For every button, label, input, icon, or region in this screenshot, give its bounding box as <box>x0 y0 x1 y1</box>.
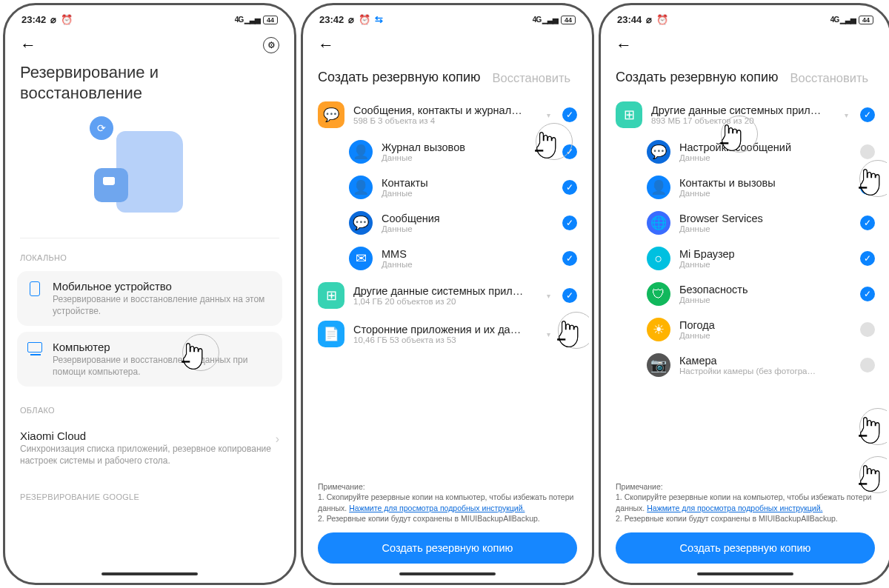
mobile-desc: Резервирование и восстановление данных н… <box>53 294 272 317</box>
back-button[interactable]: ← <box>20 36 36 55</box>
checkbox[interactable] <box>860 322 875 337</box>
chevron-down-icon: ▾ <box>547 330 550 338</box>
checkbox[interactable]: ✓ <box>860 216 875 230</box>
status-time: 23:42 <box>21 14 46 25</box>
item-sub: Данные <box>382 260 553 269</box>
item-title: Безопасность <box>679 284 851 295</box>
checkbox[interactable] <box>860 144 875 159</box>
dnd-icon: ⌀ <box>50 14 56 25</box>
mobile-icon <box>30 281 40 296</box>
app-icon: 👤 <box>349 176 373 199</box>
checkbox[interactable]: ✓ <box>860 107 875 122</box>
sub-item[interactable]: ○ Mi БраузерДанные ✓ <box>604 241 887 276</box>
tab-restore[interactable]: Восстановить <box>790 71 869 85</box>
tab-backup[interactable]: Создать резервную копию <box>318 70 481 85</box>
item-title: Контакты <box>382 177 553 189</box>
computer-card[interactable]: Компьютер Резервирование и восстановлени… <box>17 332 282 387</box>
sub-item[interactable]: 💬 СообщенияДанные ✓ <box>306 205 589 241</box>
sub-item[interactable]: ☀ ПогодаДанные <box>604 312 887 347</box>
mobile-title: Мобильное устройство <box>53 280 272 293</box>
checkbox[interactable]: ✓ <box>860 180 875 195</box>
battery-icon: 44 <box>859 16 873 24</box>
back-button[interactable]: ← <box>616 36 632 55</box>
sub-item[interactable]: 🌐 Browser ServicesДанные ✓ <box>604 205 887 241</box>
app-icon: 👤 <box>647 176 670 199</box>
cloud-desc: Синхронизация списка приложений, резервн… <box>20 444 276 467</box>
checkbox[interactable]: ✓ <box>562 144 577 159</box>
settings-button[interactable]: ⚙ <box>263 37 279 53</box>
checkbox[interactable]: ✓ <box>562 251 577 266</box>
status-bar: 23:42⌀⏰⇆ 4G ▁▃▅44 <box>306 8 589 28</box>
network-icon: 4G ▁▃▅ <box>533 16 558 24</box>
note-link[interactable]: Нажмите для просмотра подробных инструкц… <box>349 504 525 512</box>
sub-item[interactable]: 💬 Настройки сообщенийДанные <box>604 134 887 170</box>
checkbox[interactable] <box>860 358 875 372</box>
item-sub: Настройки камеры (без фотогра… <box>679 367 851 375</box>
app-icon: ✉ <box>349 247 373 270</box>
group1-sub: 598 Б 3 объекта из 4 <box>353 116 538 125</box>
alarm-icon: ⏰ <box>359 14 370 25</box>
status-bar: 23:44⌀⏰ 4G ▁▃▅44 <box>604 8 887 28</box>
group-messages-contacts[interactable]: 💬 Сообщения, контакты и журнал… 598 Б 3 … <box>306 96 589 134</box>
footer: Примечание: 1. Скопируйте резервные копи… <box>604 477 887 580</box>
sub-item[interactable]: 👤 Журнал вызововДанные ✓ <box>306 134 589 170</box>
tab-backup[interactable]: Создать резервную копию <box>616 70 779 85</box>
home-indicator[interactable] <box>697 572 793 575</box>
checkbox[interactable]: ✓ <box>860 251 875 266</box>
tab-restore[interactable]: Восстановить <box>493 71 571 85</box>
checkbox[interactable]: ✓ <box>562 327 577 341</box>
dnd-icon: ⌀ <box>646 14 652 25</box>
item-sub: Данные <box>382 189 553 198</box>
app-icon: 📷 <box>647 353 670 377</box>
alarm-icon: ⏰ <box>61 14 73 25</box>
item-title: Контакты и вызовы <box>679 177 851 189</box>
create-backup-button[interactable]: Создать резервную копию <box>616 532 875 564</box>
item-title: Погода <box>679 319 851 331</box>
footnote: Примечание: 1. Скопируйте резервные копи… <box>318 481 577 524</box>
back-button[interactable]: ← <box>318 36 334 55</box>
app-icon: 💬 <box>349 211 373 235</box>
mobile-device-card[interactable]: Мобильное устройство Резервирование и во… <box>17 271 282 326</box>
network-icon: 4G ▁▃▅ <box>830 16 856 24</box>
item-title: Настройки сообщений <box>679 141 851 153</box>
item-sub: Данные <box>382 224 553 233</box>
section-cloud-label: ОБЛАКО <box>8 403 291 421</box>
footnote: Примечание: 1. Скопируйте резервные копи… <box>616 481 875 524</box>
create-backup-button[interactable]: Создать резервную копию <box>318 532 577 564</box>
app-icon: 🌐 <box>647 211 670 235</box>
group-thirdparty-apps[interactable]: 📄 Сторонние приложения и их да… 10,46 ГБ… <box>306 315 589 353</box>
status-time: 23:44 <box>617 14 642 25</box>
group1-title: Сообщения, контакты и журнал… <box>353 104 538 116</box>
sub-item[interactable]: 👤 КонтактыДанные ✓ <box>306 170 589 205</box>
item-sub: Данные <box>679 331 851 340</box>
chevron-down-icon: ▾ <box>547 292 550 300</box>
cloud-title: Xiaomi Cloud <box>20 430 276 442</box>
app-icon: ☀ <box>647 318 670 341</box>
phone-1: 23:42 ⌀ ⏰ 4G ▁▃▅ 44 ← ⚙ Резервирование и… <box>3 3 296 585</box>
app-icon: 💬 <box>647 140 670 164</box>
sub-item[interactable]: ✉ MMSДанные ✓ <box>306 241 589 276</box>
note-link[interactable]: Нажмите для просмотра подробных инструкц… <box>647 504 822 512</box>
phone-2: 23:42⌀⏰⇆ 4G ▁▃▅44 ← Создать резервную ко… <box>301 3 594 585</box>
alarm-icon: ⏰ <box>656 14 668 25</box>
item-sub: Данные <box>679 224 851 233</box>
checkbox[interactable]: ✓ <box>562 288 577 303</box>
sub-item[interactable]: 👤 Контакты и вызовыДанные ✓ <box>604 170 887 205</box>
checkbox[interactable]: ✓ <box>562 107 577 122</box>
checkbox[interactable]: ✓ <box>562 216 577 230</box>
home-indicator[interactable] <box>399 572 496 575</box>
home-indicator[interactable] <box>101 572 198 575</box>
checkbox[interactable]: ✓ <box>562 180 577 195</box>
item-sub: Данные <box>679 260 851 269</box>
group-system-apps[interactable]: ⊞ Другие данные системных прил… 893 МБ 1… <box>604 96 887 134</box>
thirdparty-group-icon: 📄 <box>318 321 344 347</box>
dnd-icon: ⌀ <box>348 14 354 25</box>
sub-item[interactable]: 📷 КамераНастройки камеры (без фотогра… <box>604 347 887 383</box>
group-system-apps[interactable]: ⊞ Другие данные системных прил… 1,04 ГБ … <box>306 276 589 315</box>
pc-icon <box>27 342 42 353</box>
app-icon: ○ <box>647 247 670 270</box>
sub-item[interactable]: 🛡 БезопасностьДанные ✓ <box>604 276 887 312</box>
xiaomi-cloud-item[interactable]: Xiaomi Cloud Синхронизация списка прилож… <box>8 421 291 475</box>
hero-illustration: ⟳ <box>8 109 291 235</box>
checkbox[interactable]: ✓ <box>860 287 875 301</box>
